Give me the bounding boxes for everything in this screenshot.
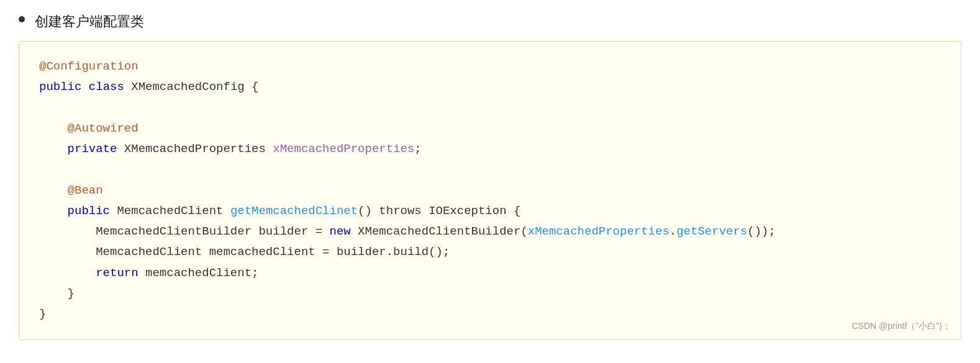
code-line-13: } — [39, 304, 941, 325]
kw-new: new — [329, 225, 350, 238]
code-line-6 — [39, 159, 941, 180]
classname-xmemcachedbuilder: XMemcachedClientBuilder — [358, 225, 520, 238]
code-block: @Configuration public class XMemcachedCo… — [19, 41, 961, 340]
kw-throws: throws — [379, 204, 421, 218]
code-line-5: private XMemcachedProperties xMemcachedP… — [39, 139, 941, 159]
method-xmemcachedprops-ref: xMemcachedProperties — [528, 225, 669, 238]
classname-memcachedclient: MemcachedClient — [117, 204, 223, 218]
kw-private: private — [68, 142, 117, 156]
kw-public2: public — [68, 204, 110, 218]
classname-builder: MemcachedClientBuilder — [96, 225, 252, 238]
code-line-4: @Autowired — [39, 119, 941, 139]
classname-config: XMemcachedConfig — [131, 80, 244, 94]
code-line-12: } — [39, 284, 941, 304]
bullet-dot — [19, 16, 25, 22]
code-line-9: MemcachedClientBuilder builder = new XMe… — [39, 222, 941, 242]
bullet-title: 创建客户端配置类 — [35, 12, 144, 31]
kw-class: class — [89, 80, 124, 94]
classname-memcachedclient2: MemcachedClient — [96, 245, 202, 259]
code-line-10: MemcachedClient memcachedClient = builde… — [39, 242, 941, 262]
code-line-2: public class XMemcachedConfig { — [39, 77, 941, 97]
method-getservers: getServers — [676, 225, 747, 238]
kw-return: return — [96, 266, 138, 280]
watermark: CSDN @printf（"小白")； — [852, 318, 951, 334]
code-line-8: public MemcachedClient getMemcachedCline… — [39, 201, 941, 222]
code-line-7: @Bean — [39, 181, 941, 201]
code-line-3 — [39, 98, 941, 119]
bullet-item: 创建客户端配置类 — [19, 12, 961, 31]
code-line-11: return memcachedClient; — [39, 263, 941, 284]
annotation-bean: @Bean — [68, 184, 103, 197]
annotation-autowired: @Autowired — [68, 122, 138, 135]
classname-ioexception: IOException — [429, 204, 506, 218]
method-getmemcachedclinet: getMemcachedClinet — [230, 204, 358, 218]
code-line-1: @Configuration — [39, 56, 941, 77]
annotation-configuration: @Configuration — [39, 60, 138, 73]
field-xmemcachedprops: xMemcachedProperties — [273, 142, 414, 156]
kw-public: public — [39, 80, 81, 94]
classname-props: XMemcachedProperties — [124, 142, 266, 156]
